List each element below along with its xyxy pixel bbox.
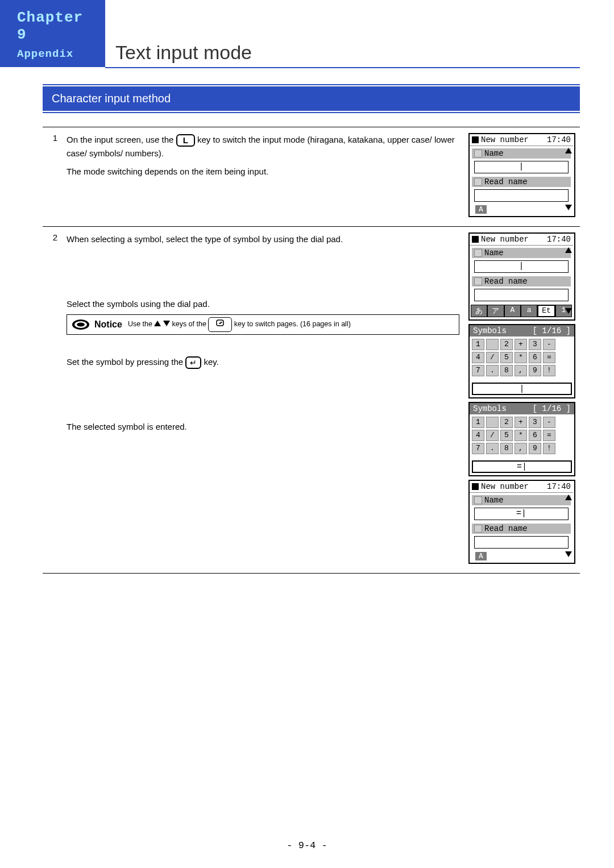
ph4-sym-page: [ 1/16 ]: [533, 404, 571, 413]
sc: [486, 417, 499, 428]
dpad-key-icon: [208, 317, 232, 332]
up-arrow-icon: [154, 321, 161, 326]
sc: 9: [529, 443, 541, 454]
ph3-sym-title: Symbols: [473, 326, 507, 335]
down-arrow-icon: [163, 321, 170, 326]
symbol-grid-1: 12+3- 4/5*6= 7.8,9!: [470, 337, 574, 380]
sc: *: [515, 430, 527, 441]
ph5-name-field: =|: [474, 508, 569, 520]
step2-text-3a: Set the symbol by pressing the: [67, 357, 185, 367]
sc: -: [543, 417, 555, 428]
sc: 6: [529, 352, 541, 363]
enter-key-icon: ↵: [185, 356, 201, 369]
sc: ,: [515, 365, 527, 376]
sc: .: [486, 365, 499, 376]
sc: 2: [500, 339, 513, 350]
ph1-mode-badge: A: [475, 205, 487, 214]
person-icon: [474, 496, 482, 504]
phone-screenshot-3: Symbols[ 1/16 ] 12+3- 4/5*6= 7.8,9! |: [468, 324, 575, 398]
mode-3: a: [521, 305, 537, 317]
l-key-icon: L: [176, 134, 195, 147]
scroll-down-icon: [565, 308, 572, 314]
sc: +: [515, 339, 527, 350]
ph1-name-label: Name: [484, 149, 504, 158]
step-desc-2: When selecting a symbol, select the type…: [62, 227, 464, 574]
section-heading-wrap: Character input method: [43, 84, 580, 113]
sc: =: [543, 352, 555, 363]
speaker-icon: [70, 318, 91, 331]
scroll-down-icon: [565, 551, 572, 557]
doc-icon: [474, 525, 482, 533]
ph2-name-label: Name: [484, 248, 504, 258]
section-heading: Character input method: [43, 86, 580, 111]
ph1-read-field: [474, 189, 569, 202]
sc: 8: [500, 365, 513, 376]
sc: [486, 339, 499, 350]
phone-screenshot-1: New number 17:40 Name | Read name: [468, 133, 575, 217]
sc: 6: [529, 430, 541, 441]
svg-rect-3: [217, 320, 223, 326]
ph5-read-label: Read name: [484, 524, 528, 533]
notice-text-b: keys of the: [172, 320, 208, 328]
page-footer: - 9-4 -: [0, 840, 614, 851]
sc: 4: [472, 430, 484, 441]
sc: ,: [515, 443, 527, 454]
ph2-time: 17:40: [547, 235, 571, 244]
step2-text-3b: key.: [204, 357, 218, 367]
sc: 1: [472, 417, 484, 428]
step1-text-2: The mode switching depends on the item b…: [67, 165, 459, 178]
ph2-read-label: Read name: [484, 277, 528, 286]
scroll-up-icon: [565, 495, 572, 500]
sc: +: [515, 417, 527, 428]
mode-1: ア: [487, 305, 504, 317]
ph4-sym-title: Symbols: [473, 404, 507, 413]
svg-point-2: [77, 323, 85, 327]
sc: 7: [472, 443, 484, 454]
scroll-down-icon: [565, 205, 572, 210]
mode-row: あ ア A a Et 1: [471, 305, 572, 317]
ph1-title: New number: [481, 135, 529, 144]
mode-2: A: [504, 305, 521, 317]
doc-icon: [474, 277, 482, 285]
person-icon: [474, 149, 482, 157]
sc: /: [486, 430, 499, 441]
sc: 4: [472, 352, 484, 363]
sc: !: [543, 443, 555, 454]
page-title: Text input mode: [105, 41, 580, 68]
step-number-1: 1: [43, 127, 62, 227]
sc: =: [543, 430, 555, 441]
step1-text-a: On the input screen, use the: [67, 135, 176, 144]
notice-label: Notice: [94, 317, 122, 332]
ph1-read-label: Read name: [484, 177, 528, 186]
page-header: Chapter 9 Appendix Text input mode: [0, 0, 614, 67]
person-icon: [474, 249, 482, 257]
ph5-name-label: Name: [484, 496, 504, 505]
ph5-mode-badge: A: [475, 552, 487, 560]
ph2-title: New number: [481, 235, 529, 244]
ph1-name-field: |: [474, 161, 569, 173]
step-number-2: 2: [43, 227, 62, 574]
ph3-sym-page: [ 1/16 ]: [533, 326, 571, 335]
mode-0: あ: [471, 305, 487, 317]
sc: 5: [500, 352, 513, 363]
steps-table: 1 On the input screen, use the L key to …: [43, 127, 580, 574]
ph5-time: 17:40: [547, 482, 571, 491]
ph2-name-field: |: [474, 260, 569, 273]
sc: 5: [500, 430, 513, 441]
step2-text-2: Select the symbols using the dial pad.: [67, 297, 459, 311]
step2-text-1: When selecting a symbol, select the type…: [67, 232, 459, 246]
sc: 7: [472, 365, 484, 376]
ph2-read-field: [474, 289, 569, 301]
phone-screenshot-2: New number 17:40 Name | Read name: [468, 232, 575, 321]
mode-4: Et: [537, 305, 555, 317]
ph4-input: =|: [472, 460, 572, 473]
sc: 1: [472, 339, 484, 350]
step2-text-4: The selected symbol is entered.: [67, 420, 459, 434]
sc: .: [486, 443, 499, 454]
notice-text-c: key to switch pages. (16 pages in all): [234, 320, 351, 328]
sc: /: [486, 352, 499, 363]
ph5-read-field: [474, 536, 569, 549]
sc: -: [543, 339, 555, 350]
sc: !: [543, 365, 555, 376]
sc: 3: [529, 417, 541, 428]
